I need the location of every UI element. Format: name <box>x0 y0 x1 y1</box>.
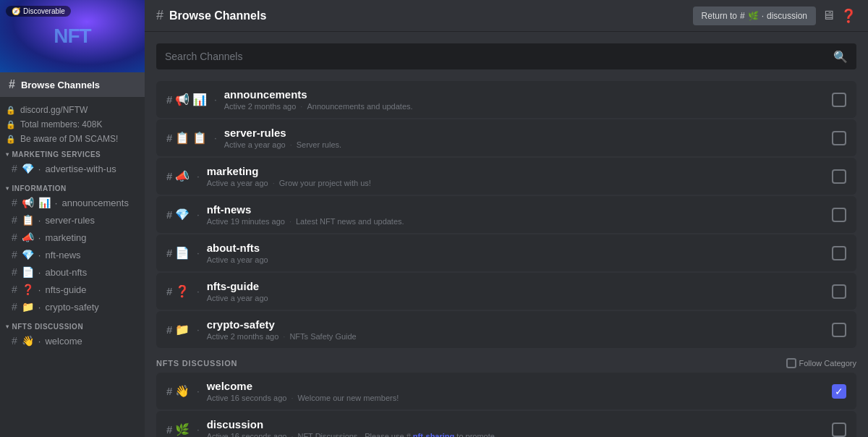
channel-active-time: Active a year ago <box>224 140 286 149</box>
discussion-channels-section: # 👋 · welcome Active 16 seconds ago ·Wel… <box>156 373 856 437</box>
channel-hash-icon: # <box>166 93 172 106</box>
channel-checkbox[interactable] <box>832 423 846 437</box>
follow-category-button[interactable]: Follow Category <box>786 358 856 368</box>
channel-icons: # 👋 <box>166 384 190 398</box>
channel-info: announcements Active 2 months ago ·Annou… <box>224 88 825 111</box>
channel-meta: Active a year ago <box>207 294 825 302</box>
sidebar-section-information: ▾ INFORMATION # 📢 📊 · announcements # 📋 … <box>0 180 145 315</box>
channel-name: nft-news <box>207 203 825 216</box>
return-channel: discussion <box>767 11 807 21</box>
channel-name: server-rules <box>224 127 825 139</box>
sidebar-item-announcements[interactable]: # 📢 📊 · announcements <box>3 194 142 211</box>
channel-row[interactable]: # 📢 📊 · announcements Active 2 months ag… <box>156 81 856 118</box>
channel-meta: Active a year ago <box>207 255 825 264</box>
sidebar-section-label-marketing: MARKETING SERVICES <box>12 150 101 158</box>
channel-icons: # 📄 <box>166 246 190 260</box>
emoji-welcome: 👋 <box>22 335 34 347</box>
return-emoji-icon: 🌿 <box>748 11 759 21</box>
channel-checkbox[interactable] <box>832 169 846 184</box>
channel-name: announcements <box>224 88 825 101</box>
channel-hash-icon: # <box>166 132 172 144</box>
channel-emoji-1: 📄 <box>175 246 190 260</box>
channel-info: welcome Active 16 seconds ago ·Welcome o… <box>207 380 825 402</box>
channel-dot: · <box>197 386 199 396</box>
header-hash-icon: # <box>156 8 163 23</box>
sidebar-item-nfts-guide[interactable]: # ❓ · nfts-guide <box>3 281 142 298</box>
sidebar-section-header-marketing[interactable]: ▾ MARKETING SERVICES <box>0 146 145 160</box>
chevron-icon-nfts: ▾ <box>6 323 9 330</box>
sidebar-section-label-information: INFORMATION <box>12 184 67 192</box>
sidebar-item-crypto-safety[interactable]: # 📁 · crypto-safety <box>3 298 142 315</box>
channel-emoji-1: 📁 <box>175 323 190 336</box>
channel-emoji-1: 🌿 <box>175 423 190 436</box>
sidebar-item-welcome[interactable]: # 👋 · welcome <box>3 332 142 349</box>
channel-row[interactable]: # 📣 · marketing Active a year ago ·Grow … <box>156 158 856 195</box>
sidebar-item-nft-news[interactable]: # 💎 · nft-news <box>3 246 142 263</box>
search-input[interactable] <box>165 43 833 69</box>
hash-icon-guide: # <box>12 284 17 295</box>
channel-checkbox[interactable] <box>832 208 846 222</box>
return-hash-icon: # <box>740 11 745 21</box>
sidebar-item-name-ann: announcements <box>61 198 129 208</box>
channel-meta: Active 16 seconds ago ·NFT Discussions -… <box>207 432 825 437</box>
sidebar-item-server-rules[interactable]: # 📋 · server-rules <box>3 211 142 229</box>
channel-checkbox[interactable] <box>832 131 846 145</box>
sidebar-section-label-nfts: NFTS DISCUSSION <box>12 323 84 331</box>
sidebar-item-name-advertise: advertise-with-us <box>45 164 116 174</box>
channel-checkbox[interactable]: ✓ <box>832 384 846 399</box>
channel-info: about-nfts Active a year ago <box>207 242 825 264</box>
sidebar-item-about-nfts[interactable]: # 📄 · about-nfts <box>3 263 142 281</box>
sidebar-section-marketing: ▾ MARKETING SERVICES # 💎 · advertise-wit… <box>0 146 145 177</box>
channel-checkbox[interactable] <box>832 323 846 337</box>
discussion-channel-row[interactable]: # 🌿 · discussion Active 16 seconds ago ·… <box>156 411 856 437</box>
sidebar-content: 🔒 discord.gg/NFTW 🔒 Total members: 408K … <box>0 97 145 437</box>
help-icon[interactable]: ❓ <box>841 8 856 24</box>
channel-row[interactable]: # ❓ · nfts-guide Active a year ago <box>156 273 856 310</box>
channel-checkbox[interactable] <box>832 93 846 107</box>
sidebar-section-header-nfts-discussion[interactable]: ▾ NFTS DISCUSSION <box>0 318 145 332</box>
return-button[interactable]: Return to # 🌿 · discussion <box>693 7 816 25</box>
channel-name: marketing <box>207 165 825 177</box>
channel-row[interactable]: # 📄 · about-nfts Active a year ago <box>156 234 856 271</box>
channel-meta: Active a year ago ·Server rules. <box>224 140 825 149</box>
nfts-discussion-category: NFTS DISCUSSION Follow Category <box>156 349 856 373</box>
hash-icon-rules: # <box>12 214 17 226</box>
monitor-icon[interactable]: 🖥 <box>822 8 835 23</box>
channel-name: discussion <box>207 418 825 430</box>
channel-info: crypto-safety Active 2 months ago ·NFTs … <box>207 318 825 341</box>
hash-icon-safety: # <box>12 301 17 313</box>
lock-icon-2: 🔒 <box>6 120 16 130</box>
sidebar-section-header-information[interactable]: ▾ INFORMATION <box>0 180 145 194</box>
channel-desc: Announcements and updates. <box>307 102 412 111</box>
channel-icons: # ❓ <box>166 284 190 298</box>
discoverable-badge: 🧭 Discoverable <box>6 6 71 17</box>
sidebar-section-nfts-discussion: ▾ NFTS DISCUSSION # 👋 · welcome <box>0 318 145 349</box>
channel-desc: Server rules. <box>297 140 341 149</box>
channel-hash-icon: # <box>166 285 172 297</box>
emoji-ann2: 📊 <box>38 197 51 208</box>
channel-name: nfts-guide <box>207 280 825 292</box>
channel-icons: # 📣 <box>166 169 190 183</box>
server-banner[interactable]: NFT 🧭 Discoverable <box>0 0 145 72</box>
channel-row[interactable]: # 📋 📋 · server-rules Active a year ago ·… <box>156 119 856 156</box>
sidebar-item-advertise[interactable]: # 💎 · advertise-with-us <box>3 160 142 177</box>
channel-row[interactable]: # 📁 · crypto-safety Active 2 months ago … <box>156 311 856 348</box>
browse-channels-sidebar-btn[interactable]: # Browse Channels <box>0 72 145 97</box>
channel-emoji-1: 📢 <box>175 93 190 106</box>
channel-info: nft-news Active 19 minutes ago ·Latest N… <box>207 203 825 226</box>
emoji-mkt: 📣 <box>22 232 34 243</box>
chevron-icon-marketing: ▾ <box>6 151 9 158</box>
channel-desc: Welcome our new members! <box>297 394 399 402</box>
sidebar-item-marketing[interactable]: # 📣 · marketing <box>3 229 142 246</box>
channel-checkbox[interactable] <box>832 284 846 299</box>
channel-emoji-2: 📊 <box>192 93 207 106</box>
channel-row[interactable]: # 💎 · nft-news Active 19 minutes ago ·La… <box>156 196 856 233</box>
search-input-wrap: 🔍 <box>156 43 856 69</box>
channel-icons: # 💎 <box>166 208 190 221</box>
channel-checkbox[interactable] <box>832 246 846 260</box>
channel-emoji-2: 📋 <box>192 131 207 145</box>
channel-dot: · <box>197 287 199 297</box>
sidebar-lock-1: 🔒 discord.gg/NFTW <box>0 103 145 117</box>
discussion-channel-row[interactable]: # 👋 · welcome Active 16 seconds ago ·Wel… <box>156 373 856 410</box>
emoji-advertise: 💎 <box>22 163 34 174</box>
